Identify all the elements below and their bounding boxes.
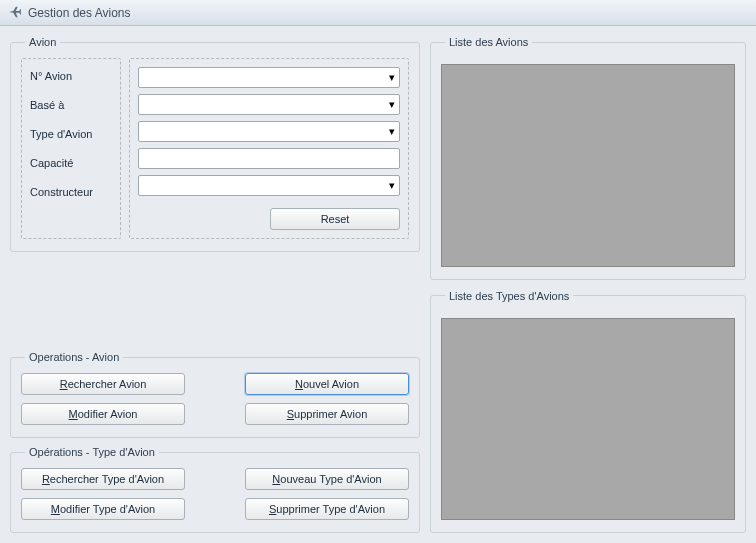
reset-button[interactable]: Reset bbox=[270, 208, 400, 230]
airplane-icon bbox=[8, 4, 22, 21]
liste-avions-legend: Liste des Avions bbox=[445, 36, 532, 48]
chevron-down-icon: ▾ bbox=[389, 71, 395, 84]
window-title: Gestion des Avions bbox=[28, 6, 131, 20]
supprimer-type-button[interactable]: Supprimer Type d'Avion bbox=[245, 498, 409, 520]
label-base: Basé à bbox=[30, 96, 112, 114]
modifier-avion-button[interactable]: Modifier Avion bbox=[21, 403, 185, 425]
modifier-type-button[interactable]: Modifier Type d'Avion bbox=[21, 498, 185, 520]
rechercher-type-button[interactable]: Rechercher Type d'Avion bbox=[21, 468, 185, 490]
liste-types-table[interactable] bbox=[441, 318, 735, 521]
type-combo[interactable]: ▾ bbox=[138, 121, 400, 142]
avion-group: Avion N° Avion Basé à Type d'Avion Capac… bbox=[10, 36, 420, 252]
base-combo[interactable]: ▾ bbox=[138, 94, 400, 115]
nouveau-type-button[interactable]: Nouveau Type d'Avion bbox=[245, 468, 409, 490]
label-capacite: Capacité bbox=[30, 154, 112, 172]
chevron-down-icon: ▾ bbox=[389, 179, 395, 192]
labels-panel: N° Avion Basé à Type d'Avion Capacité Co… bbox=[21, 58, 121, 239]
rechercher-avion-button[interactable]: Rechercher Avion bbox=[21, 373, 185, 395]
label-type: Type d'Avion bbox=[30, 125, 112, 143]
operations-avion-group: Operations - Avion Rechercher Avion Nouv… bbox=[10, 351, 420, 438]
ops-type-legend: Opérations - Type d'Avion bbox=[25, 446, 159, 458]
avion-legend: Avion bbox=[25, 36, 60, 48]
liste-avions-table[interactable] bbox=[441, 64, 735, 267]
chevron-down-icon: ▾ bbox=[389, 125, 395, 138]
fields-panel: ▾ ▾ ▾ ▾ Reset bbox=[129, 58, 409, 239]
ops-avion-legend: Operations - Avion bbox=[25, 351, 123, 363]
constructeur-combo[interactable]: ▾ bbox=[138, 175, 400, 196]
label-num-avion: N° Avion bbox=[30, 67, 112, 85]
liste-avions-group: Liste des Avions bbox=[430, 36, 746, 280]
operations-type-group: Opérations - Type d'Avion Rechercher Typ… bbox=[10, 446, 420, 533]
liste-types-legend: Liste des Types d'Avions bbox=[445, 290, 573, 302]
num-avion-combo[interactable]: ▾ bbox=[138, 67, 400, 88]
capacite-field[interactable] bbox=[138, 148, 400, 169]
chevron-down-icon: ▾ bbox=[389, 98, 395, 111]
label-constructeur: Constructeur bbox=[30, 183, 112, 201]
liste-types-group: Liste des Types d'Avions bbox=[430, 290, 746, 534]
nouvel-avion-button[interactable]: Nouvel Avion bbox=[245, 373, 409, 395]
supprimer-avion-button[interactable]: Supprimer Avion bbox=[245, 403, 409, 425]
window-titlebar: Gestion des Avions bbox=[0, 0, 756, 26]
